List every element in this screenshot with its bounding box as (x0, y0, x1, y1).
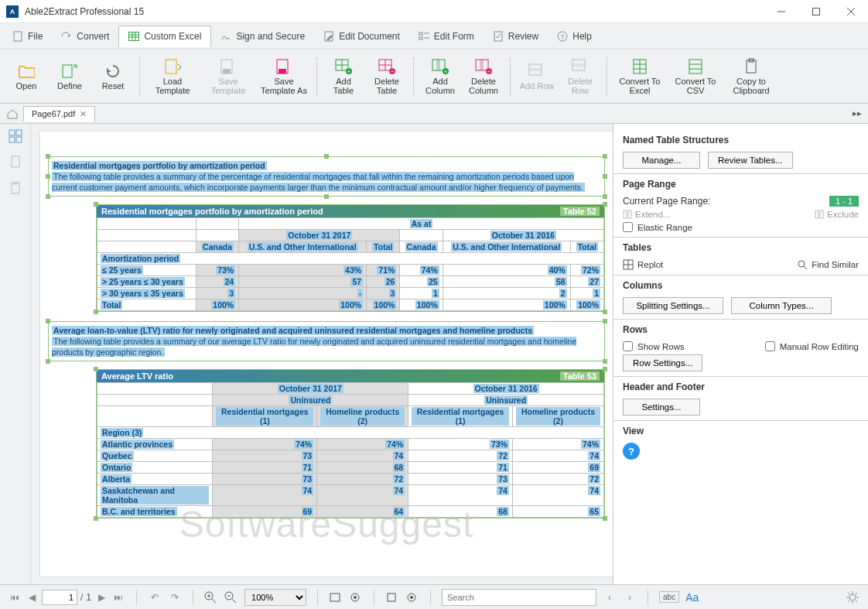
load-template-button[interactable]: Load Template (146, 56, 199, 97)
show-rows-checkbox[interactable]: Show Rows (623, 341, 685, 351)
svg-rect-56 (9, 130, 15, 135)
abc-toggle[interactable]: abc (659, 591, 679, 603)
sign-icon (220, 31, 231, 42)
theme-icon[interactable] (846, 591, 860, 604)
file-tab[interactable]: Page67.pdf✕ (23, 106, 95, 121)
zoom-select[interactable]: 100% (244, 589, 306, 606)
view-mode-4-icon[interactable] (405, 592, 419, 603)
view-mode-3-icon[interactable] (385, 592, 399, 603)
view-heading: View (623, 426, 859, 436)
table2[interactable]: Average LTV ratioTable 53 October 31 201… (96, 369, 605, 518)
review-icon (493, 31, 504, 42)
define-icon (61, 63, 78, 80)
manage-button[interactable]: Manage... (623, 152, 700, 169)
svg-text:+: + (444, 69, 447, 74)
page-input[interactable] (42, 590, 77, 605)
aa-toggle[interactable]: Aa (685, 591, 699, 604)
review-tables-button[interactable]: Review Tables... (708, 152, 793, 169)
first-page-button[interactable]: ⏮ (8, 592, 22, 603)
thumbnails-icon[interactable] (8, 128, 23, 144)
bookmarks-icon[interactable] (8, 155, 23, 170)
add-table-icon: + (335, 58, 352, 75)
home-tab[interactable] (3, 105, 22, 122)
delete-column-icon: − (475, 58, 492, 75)
menu-review[interactable]: Review (484, 26, 548, 46)
add-table-button[interactable]: +Add Table (323, 56, 364, 97)
rotate-ccw-button[interactable]: ↶ (148, 592, 162, 603)
add-column-button[interactable]: +Add Column (420, 56, 460, 97)
minimize-button[interactable] (764, 0, 798, 23)
save-template-as-button[interactable]: Save Template As (258, 56, 310, 97)
help-bubble-icon[interactable]: ? (623, 443, 640, 460)
clipboard-icon (743, 58, 760, 75)
reset-button[interactable]: Reset (93, 61, 133, 92)
page-sep: / (80, 592, 83, 603)
menu-help[interactable]: ?Help (548, 26, 601, 46)
manual-row-checkbox[interactable]: Manual Row Editing (765, 341, 859, 351)
svg-point-84 (410, 596, 413, 599)
page-total: 1 (86, 592, 91, 603)
tab-scroll-right[interactable]: ▸▸ (849, 108, 865, 118)
search-next-button[interactable]: › (623, 592, 637, 603)
splitting-settings-button[interactable]: Splitting Settings... (623, 297, 723, 314)
save-template-button[interactable]: Save Template (202, 56, 255, 97)
svg-rect-58 (9, 137, 15, 142)
last-page-button[interactable]: ⏭ (111, 592, 125, 603)
convert-csv-button[interactable]: Convert To CSV (669, 56, 722, 97)
define-button[interactable]: Define (50, 61, 90, 92)
file-tab-label: Page67.pdf (32, 109, 75, 118)
app-title: Able2Extract Professional 15 (25, 6, 144, 17)
attachments-icon[interactable] (8, 181, 23, 197)
document-area[interactable]: SoftwareSuggest Residential mortgages po… (31, 124, 613, 584)
svg-rect-63 (624, 210, 627, 218)
settings-button[interactable]: Settings... (623, 399, 700, 416)
extend-link[interactable]: Extend... (623, 210, 670, 219)
close-tab-icon[interactable]: ✕ (80, 109, 87, 119)
svg-rect-6 (129, 33, 138, 40)
prev-page-button[interactable]: ◀ (25, 592, 39, 603)
column-types-button[interactable]: Column Types... (731, 297, 832, 314)
search-prev-button[interactable]: ‹ (603, 592, 617, 603)
add-row-button[interactable]: Add Row (517, 56, 557, 97)
section2-block[interactable]: Average loan-to-value (LTV) ratio for ne… (48, 321, 605, 361)
bottombar: ⏮ ◀ / 1 ▶ ⏭ ↶ ↷ 100% ‹ › abc Aa (0, 584, 868, 609)
close-button[interactable] (833, 0, 868, 23)
zoom-out-button[interactable] (224, 591, 238, 604)
menu-convert[interactable]: Convert (52, 26, 118, 46)
zoom-in-button[interactable] (204, 591, 218, 604)
elastic-range-checkbox[interactable]: Elastic Range (623, 222, 692, 232)
edit-form-icon (419, 31, 429, 42)
convert-excel-button[interactable]: Convert To Excel (613, 56, 666, 97)
maximize-button[interactable] (798, 0, 833, 23)
menu-file[interactable]: File (3, 26, 52, 46)
table-row: Quebec73747274 (97, 450, 604, 462)
table-row: Alberta73727372 (97, 474, 604, 485)
exclude-link[interactable]: Exclude (815, 210, 859, 219)
svg-rect-40 (480, 60, 484, 70)
save-template-icon (220, 58, 237, 75)
row-settings-button[interactable]: Row Settings... (623, 354, 702, 371)
csv-file-icon (687, 58, 704, 75)
view-mode-2-icon[interactable] (349, 592, 363, 603)
menu-edit-document[interactable]: Edit Document (314, 26, 409, 46)
delete-column-button[interactable]: −Delete Column (463, 56, 504, 97)
search-input[interactable] (442, 589, 596, 606)
view-mode-1-icon[interactable] (329, 592, 343, 603)
find-similar-link[interactable]: Find Similar (797, 259, 859, 270)
section1-body: The following table provides a summary o… (52, 172, 585, 192)
file-icon (12, 31, 23, 42)
delete-table-button[interactable]: −Delete Table (367, 56, 407, 97)
section1-block[interactable]: Residential mortgages portfolio by amort… (48, 156, 605, 197)
replot-link[interactable]: Replot (623, 259, 663, 270)
edit-doc-icon (323, 31, 334, 42)
menu-sign-secure[interactable]: Sign and Secure (211, 26, 314, 46)
menu-edit-form[interactable]: Edit Form (409, 26, 484, 46)
table1[interactable]: Residential mortgages portfolio by amort… (96, 204, 605, 312)
rotate-cw-button[interactable]: ↷ (168, 592, 182, 603)
copy-clipboard-button[interactable]: Copy to Clipboard (725, 56, 777, 97)
next-page-button[interactable]: ▶ (94, 592, 108, 603)
delete-row-button[interactable]: Delete Row (560, 56, 600, 97)
menu-custom-excel[interactable]: Custom Excel (118, 26, 211, 47)
open-button[interactable]: Open (6, 61, 46, 92)
svg-rect-64 (628, 210, 631, 218)
